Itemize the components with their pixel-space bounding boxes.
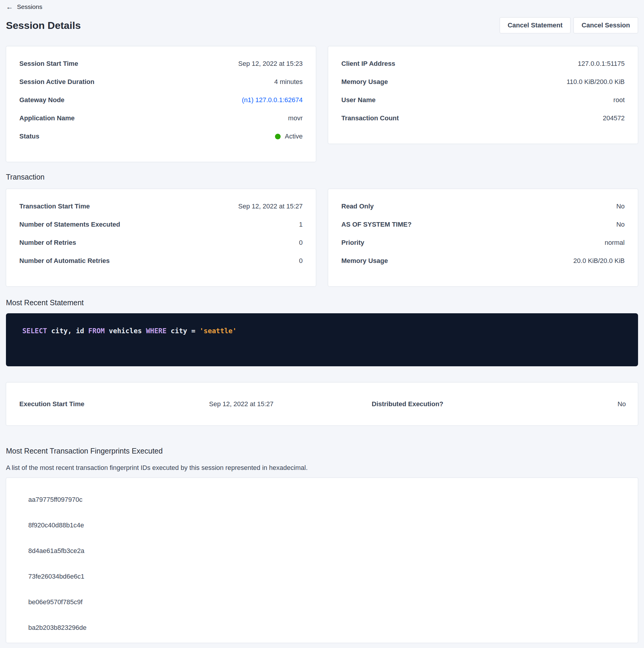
session-active-duration-row: Session Active Duration 4 minutes bbox=[19, 78, 303, 86]
cancel-statement-button[interactable]: Cancel Statement bbox=[500, 17, 571, 33]
fingerprint-item: be06e9570f785c9f bbox=[28, 598, 625, 606]
transaction-summary-grid: Transaction Start Time Sep 12, 2022 at 1… bbox=[6, 189, 638, 286]
sql-statement-box: SELECT city, id FROM vehicles WHERE city… bbox=[6, 313, 638, 366]
status-value: Active bbox=[275, 132, 303, 141]
header-actions: Cancel Statement Cancel Session bbox=[500, 17, 638, 33]
status-text: Active bbox=[285, 132, 303, 141]
session-memory-usage-label: Memory Usage bbox=[341, 78, 388, 86]
status-label: Status bbox=[19, 132, 39, 141]
as-of-system-time-label: AS OF SYSTEM TIME? bbox=[341, 220, 412, 229]
sql-token: vehicles bbox=[105, 327, 146, 335]
session-start-time-value: Sep 12, 2022 at 15:23 bbox=[238, 60, 303, 68]
status-active-dot-icon bbox=[275, 134, 281, 140]
gateway-node-row: Gateway Node (n1) 127.0.0.1:62674 bbox=[19, 96, 303, 104]
user-name-value: root bbox=[613, 96, 625, 104]
statements-executed-row: Number of Statements Executed 1 bbox=[19, 220, 303, 229]
read-only-row: Read Only No bbox=[341, 202, 625, 211]
client-ip-value: 127.0.0.1:51175 bbox=[578, 60, 625, 68]
read-only-label: Read Only bbox=[341, 202, 374, 211]
priority-label: Priority bbox=[341, 238, 364, 247]
user-name-label: User Name bbox=[341, 96, 375, 104]
statement-section-title: Most Recent Statement bbox=[6, 298, 638, 307]
priority-value: normal bbox=[605, 238, 625, 247]
distributed-execution-label: Distributed Execution? bbox=[372, 400, 444, 408]
automatic-retries-value: 0 bbox=[299, 257, 303, 265]
session-info-card-left: Session Start Time Sep 12, 2022 at 15:23… bbox=[6, 46, 316, 162]
sql-token: city, id bbox=[47, 327, 88, 335]
fingerprints-description: A list of the most recent transaction fi… bbox=[6, 464, 638, 472]
transaction-memory-usage-row: Memory Usage 20.0 KiB/20.0 KiB bbox=[341, 257, 625, 265]
transaction-memory-usage-value: 20.0 KiB/20.0 KiB bbox=[574, 257, 625, 265]
page-title: Session Details bbox=[6, 19, 81, 31]
automatic-retries-label: Number of Automatic Retries bbox=[19, 257, 110, 265]
cancel-session-button[interactable]: Cancel Session bbox=[574, 17, 638, 33]
application-name-value: movr bbox=[288, 114, 303, 122]
sql-token: SELECT bbox=[22, 327, 47, 335]
sql-token: FROM bbox=[89, 327, 105, 335]
transaction-count-value: 204572 bbox=[603, 114, 625, 122]
transaction-start-time-value: Sep 12, 2022 at 15:27 bbox=[238, 202, 303, 211]
fingerprint-item: 8d4ae61a5fb3ce2a bbox=[28, 547, 625, 555]
execution-start-time-label: Execution Start Time bbox=[19, 400, 84, 408]
session-details-page: ← Sessions Session Details Cancel Statem… bbox=[0, 0, 644, 643]
transaction-start-time-row: Transaction Start Time Sep 12, 2022 at 1… bbox=[19, 202, 303, 211]
session-memory-usage-row: Memory Usage 110.0 KiB/200.0 KiB bbox=[341, 78, 625, 86]
fingerprints-section-title: Most Recent Transaction Fingerprints Exe… bbox=[6, 446, 638, 455]
client-ip-row: Client IP Address 127.0.0.1:51175 bbox=[341, 60, 625, 68]
as-of-system-time-value: No bbox=[616, 220, 625, 229]
statements-executed-label: Number of Statements Executed bbox=[19, 220, 120, 229]
transaction-memory-usage-label: Memory Usage bbox=[341, 257, 388, 265]
fingerprint-item: 8f920c40d88b1c4e bbox=[28, 521, 625, 530]
execution-summary-card: Execution Start Time Sep 12, 2022 at 15:… bbox=[6, 382, 638, 426]
retries-value: 0 bbox=[299, 238, 303, 247]
transaction-start-time-label: Transaction Start Time bbox=[19, 202, 90, 211]
fingerprints-card: aa79775ff097970c 8f920c40d88b1c4e 8d4ae6… bbox=[6, 478, 638, 643]
priority-row: Priority normal bbox=[341, 238, 625, 247]
distributed-execution-value: No bbox=[618, 400, 626, 408]
statements-executed-value: 1 bbox=[299, 220, 303, 229]
client-ip-label: Client IP Address bbox=[341, 60, 395, 68]
session-info-card-right: Client IP Address 127.0.0.1:51175 Memory… bbox=[328, 46, 638, 144]
session-start-time-row: Session Start Time Sep 12, 2022 at 15:23 bbox=[19, 60, 303, 68]
session-start-time-label: Session Start Time bbox=[19, 60, 78, 68]
sql-token: WHERE bbox=[146, 327, 166, 335]
gateway-node-link[interactable]: (n1) 127.0.0.1:62674 bbox=[242, 96, 303, 104]
transaction-section-title: Transaction bbox=[6, 172, 638, 182]
fingerprint-item: aa79775ff097970c bbox=[28, 495, 625, 504]
fingerprint-item: ba2b203b823296de bbox=[28, 624, 625, 632]
session-active-duration-label: Session Active Duration bbox=[19, 78, 94, 86]
execution-start-time-value: Sep 12, 2022 at 15:27 bbox=[209, 400, 274, 408]
session-active-duration-value: 4 minutes bbox=[274, 78, 303, 86]
application-name-row: Application Name movr bbox=[19, 114, 303, 122]
page-header: Session Details Cancel Statement Cancel … bbox=[6, 17, 638, 33]
gateway-node-label: Gateway Node bbox=[19, 96, 65, 104]
execution-start-time-row: Execution Start Time Sep 12, 2022 at 15:… bbox=[6, 400, 323, 408]
user-name-row: User Name root bbox=[341, 96, 625, 104]
back-link-label: Sessions bbox=[17, 3, 42, 11]
transaction-count-row: Transaction Count 204572 bbox=[341, 114, 625, 122]
read-only-value: No bbox=[616, 202, 625, 211]
fingerprint-item: 73fe26034bd6e6c1 bbox=[28, 572, 625, 581]
transaction-card-right: Read Only No AS OF SYSTEM TIME? No Prior… bbox=[328, 189, 638, 286]
transaction-card-left: Transaction Start Time Sep 12, 2022 at 1… bbox=[6, 189, 316, 286]
back-link[interactable]: ← Sessions bbox=[6, 3, 42, 11]
transaction-count-label: Transaction Count bbox=[341, 114, 399, 122]
as-of-system-time-row: AS OF SYSTEM TIME? No bbox=[341, 220, 625, 229]
status-row: Status Active bbox=[19, 132, 303, 141]
application-name-label: Application Name bbox=[19, 114, 75, 122]
session-memory-usage-value: 110.0 KiB/200.0 KiB bbox=[567, 78, 625, 86]
back-arrow-icon: ← bbox=[6, 3, 13, 11]
session-summary-grid: Session Start Time Sep 12, 2022 at 15:23… bbox=[6, 46, 638, 162]
sql-token: city = bbox=[167, 327, 200, 335]
sql-token: 'seattle' bbox=[199, 327, 237, 335]
distributed-execution-row: Distributed Execution? No bbox=[323, 400, 638, 408]
retries-label: Number of Retries bbox=[19, 238, 76, 247]
retries-row: Number of Retries 0 bbox=[19, 238, 303, 247]
automatic-retries-row: Number of Automatic Retries 0 bbox=[19, 257, 303, 265]
